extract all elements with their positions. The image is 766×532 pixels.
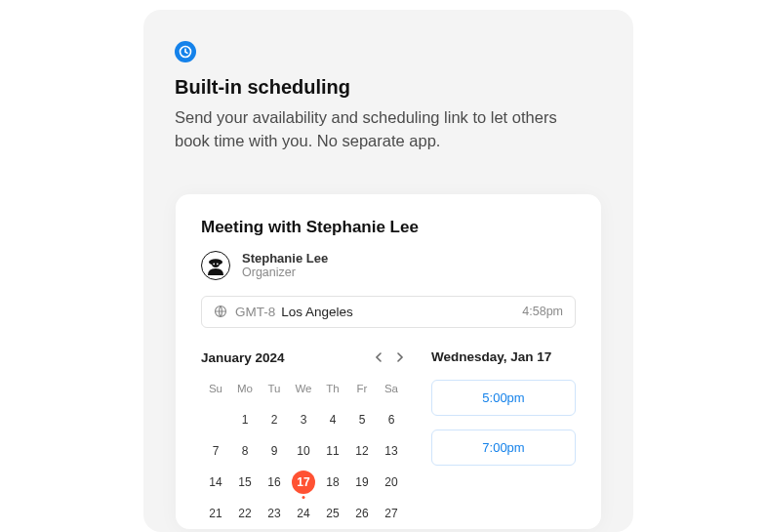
calendar-day[interactable]: 26 [350, 502, 374, 525]
feature-heading: Built-in scheduling [175, 76, 602, 99]
calendar-day-header: We [289, 383, 318, 404]
timezone-city: Los Angeles [281, 305, 353, 319]
calendar-day[interactable]: 2 [262, 408, 286, 431]
svg-point-4 [213, 263, 215, 265]
calendar-day[interactable]: 4 [321, 408, 344, 431]
calendar-day[interactable]: 8 [233, 439, 257, 463]
calendar-day[interactable]: 13 [380, 439, 403, 463]
calendar-day[interactable]: 6 [380, 408, 403, 431]
calendar-month-label: January 2024 [201, 350, 285, 365]
svg-point-2 [209, 259, 222, 265]
calendar-day-header: Sa [377, 383, 406, 404]
svg-point-5 [217, 263, 219, 265]
calendar-day-header: Su [201, 383, 230, 404]
calendar-grid: SuMoTuWeThFrSa 1234567891011121314151617… [201, 383, 406, 529]
feature-card: Built-in scheduling Send your availabili… [143, 10, 633, 532]
timezone-localtime: 4:58pm [522, 305, 563, 318]
time-slot[interactable]: 7:00pm [431, 430, 576, 466]
calendar-day[interactable]: 12 [350, 439, 374, 463]
calendar-day[interactable]: 25 [321, 502, 344, 525]
timezone-offset: GMT-8 [235, 305, 275, 319]
timezone-selector[interactable]: GMT-8 Los Angeles 4:58pm [201, 296, 576, 328]
calendar-day-header: Tu [260, 383, 289, 404]
calendar-day[interactable]: 1 [233, 408, 257, 431]
calendar-day[interactable]: 23 [262, 502, 286, 525]
chevron-right-icon[interactable] [394, 349, 406, 367]
organizer-name: Stephanie Lee [242, 251, 328, 266]
calendar-day[interactable]: 7 [204, 439, 227, 463]
avatar [201, 251, 230, 280]
calendar-day[interactable]: 20 [380, 471, 403, 494]
globe-icon [214, 305, 227, 318]
calendar-day[interactable]: 14 [204, 471, 227, 494]
calendar-day[interactable]: 11 [321, 439, 344, 463]
calendar-day-header: Mo [230, 383, 260, 404]
calendar-day[interactable]: 27 [380, 502, 403, 525]
time-slot[interactable]: 5:00pm [431, 380, 576, 416]
calendar-day[interactable]: 17 [292, 471, 315, 494]
calendar-day[interactable]: 5 [350, 408, 374, 431]
calendar-day[interactable]: 21 [204, 502, 227, 525]
clock-icon [175, 41, 196, 62]
calendar-day[interactable]: 19 [350, 471, 374, 494]
calendar-day[interactable]: 22 [233, 502, 257, 525]
calendar-day[interactable]: 9 [262, 439, 286, 463]
organizer-role: Organizer [242, 266, 328, 279]
calendar-day[interactable]: 15 [233, 471, 257, 494]
calendar-day[interactable]: 18 [321, 471, 344, 494]
chevron-left-icon[interactable] [373, 349, 384, 367]
calendar-day[interactable]: 10 [292, 439, 315, 463]
calendar-day[interactable]: 24 [292, 502, 315, 525]
scheduler-panel: Meeting with Stephanie Lee Stephanie Lee… [176, 194, 601, 529]
scheduler-title: Meeting with Stephanie Lee [201, 218, 576, 237]
calendar-day[interactable]: 3 [292, 408, 315, 431]
organizer-row: Stephanie Lee Organizer [201, 251, 576, 280]
calendar-day-header: Fr [347, 383, 377, 404]
calendar-day-header: Th [318, 383, 347, 404]
selected-day-label: Wednesday, Jan 17 [431, 349, 576, 364]
feature-description: Send your availability and scheduling li… [175, 106, 594, 153]
calendar-day[interactable]: 16 [262, 471, 286, 494]
